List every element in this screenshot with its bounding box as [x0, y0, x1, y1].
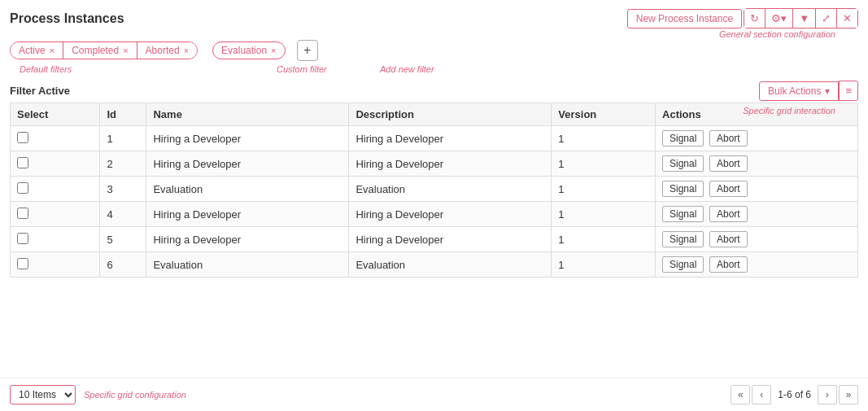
cell-version: 1: [552, 252, 656, 278]
filter-aborted-label: Aborted: [146, 45, 180, 56]
close-icon: ✕: [843, 12, 852, 24]
cell-select: [11, 252, 100, 278]
cell-id: 4: [100, 202, 146, 227]
expand-button[interactable]: ⤢: [816, 9, 837, 28]
table-row: 5 Hiring a Developer Hiring a Developer …: [11, 227, 858, 252]
table-row: 1 Hiring a Developer Hiring a Developer …: [11, 126, 858, 151]
cell-actions: Signal Abort: [656, 177, 858, 202]
refresh-icon: ↻: [750, 12, 759, 24]
refresh-button[interactable]: ↻: [744, 9, 765, 28]
cell-description: Hiring a Developer: [349, 227, 552, 252]
filter-chip-active[interactable]: Active ×: [11, 42, 63, 59]
cell-name: Hiring a Developer: [146, 227, 349, 252]
grid-config-button[interactable]: ≡: [839, 81, 858, 101]
row-checkbox[interactable]: [17, 132, 28, 143]
cell-description: Hiring a Developer: [349, 126, 552, 151]
row-checkbox[interactable]: [17, 208, 28, 219]
row-checkbox[interactable]: [17, 157, 28, 168]
first-page-icon: «: [738, 389, 744, 400]
add-filter-button[interactable]: +: [297, 40, 318, 61]
process-instances-table: Select Id Name Description Version Actio…: [10, 103, 858, 278]
signal-button[interactable]: Signal: [662, 155, 704, 172]
filter-active-close[interactable]: ×: [50, 46, 55, 55]
cell-description: Hiring a Developer: [349, 151, 552, 177]
filter-evaluation-label: Evaluation: [221, 45, 267, 56]
filter-chip-aborted[interactable]: Aborted ×: [137, 42, 197, 59]
table-row: 4 Hiring a Developer Hiring a Developer …: [11, 202, 858, 227]
settings-dropdown-icon: ▾: [781, 12, 787, 24]
cell-select: [11, 227, 100, 252]
filter-completed-close[interactable]: ×: [123, 46, 128, 55]
expand-icon: ⤢: [822, 12, 831, 24]
filter-chip-completed[interactable]: Completed ×: [63, 42, 137, 59]
next-page-button[interactable]: ›: [818, 385, 837, 404]
filter-aborted-close[interactable]: ×: [184, 46, 189, 55]
prev-page-button[interactable]: ‹: [752, 385, 771, 404]
last-page-button[interactable]: »: [839, 385, 858, 404]
grid-config-icon: ≡: [845, 85, 852, 97]
bulk-actions-dropdown-icon: ▾: [825, 85, 830, 97]
abort-button[interactable]: Abort: [709, 206, 748, 222]
bulk-actions-label: Bulk Actions: [768, 85, 821, 97]
cell-actions: Signal Abort: [656, 252, 858, 278]
signal-button[interactable]: Signal: [662, 130, 704, 146]
abort-button[interactable]: Abort: [709, 181, 748, 197]
filters-row: Active × Completed × Aborted × Evaluatio…: [0, 37, 868, 64]
add-filter-annotation: Add new filter: [380, 64, 434, 74]
cell-version: 1: [552, 126, 656, 151]
col-name: Name: [146, 103, 349, 126]
table-header: Select Id Name Description Version Actio…: [11, 103, 858, 126]
cell-id: 1: [100, 126, 146, 151]
page-header: Process Instances New Process Instance ↻…: [0, 0, 868, 33]
settings-button[interactable]: ⚙ ▾: [765, 9, 793, 28]
abort-button[interactable]: Abort: [709, 155, 748, 172]
next-page-icon: ›: [826, 389, 829, 400]
abort-button[interactable]: Abort: [709, 130, 748, 146]
prev-page-icon: ‹: [760, 389, 763, 400]
custom-filter-annotation: Custom filter: [277, 64, 327, 74]
cell-id: 2: [100, 151, 146, 177]
bulk-actions-button[interactable]: Bulk Actions ▾: [759, 81, 839, 101]
signal-button[interactable]: Signal: [662, 256, 704, 273]
cell-name: Hiring a Developer: [146, 202, 349, 227]
filter-button[interactable]: ▼: [793, 9, 816, 28]
filter-completed-label: Completed: [72, 45, 119, 56]
new-process-instance-button[interactable]: New Process Instance: [627, 9, 742, 28]
cell-select: [11, 202, 100, 227]
signal-button[interactable]: Signal: [662, 181, 704, 197]
close-button[interactable]: ✕: [837, 9, 857, 28]
footer-left: 10 Items 20 Items 50 Items Specific grid…: [10, 385, 186, 404]
default-filters-annotation: Default filters: [20, 64, 72, 74]
pagination-info: 1-6 of 6: [773, 389, 816, 400]
row-checkbox[interactable]: [17, 258, 28, 269]
pagination: « ‹ 1-6 of 6 › »: [731, 385, 858, 404]
first-page-button[interactable]: «: [731, 385, 750, 404]
col-version: Version: [552, 103, 656, 126]
filter-evaluation-close[interactable]: ×: [271, 46, 276, 55]
col-description: Description: [349, 103, 552, 126]
table-row: 3 Evaluation Evaluation 1 Signal Abort: [11, 177, 858, 202]
cell-version: 1: [552, 202, 656, 227]
signal-button[interactable]: Signal: [662, 231, 704, 247]
row-checkbox[interactable]: [17, 182, 28, 194]
abort-button[interactable]: Abort: [709, 256, 748, 273]
header-icon-group: ↻ ⚙ ▾ ▼ ⤢ ✕: [744, 8, 858, 28]
cell-id: 6: [100, 252, 146, 278]
cell-actions: Signal Abort: [656, 126, 858, 151]
settings-icon: ⚙: [771, 12, 781, 24]
cell-version: 1: [552, 151, 656, 177]
cell-actions: Signal Abort: [656, 202, 858, 227]
cell-select: [11, 151, 100, 177]
abort-button[interactable]: Abort: [709, 231, 748, 247]
filter-active-bulk-row: Filter Active Bulk Actions ▾ ≡: [0, 79, 868, 103]
cell-id: 3: [100, 177, 146, 202]
cell-name: Evaluation: [146, 252, 349, 278]
items-per-page-select[interactable]: 10 Items 20 Items 50 Items: [10, 385, 76, 404]
cell-description: Evaluation: [349, 252, 552, 278]
filter-chip-evaluation[interactable]: Evaluation ×: [212, 42, 285, 59]
table-row: 2 Hiring a Developer Hiring a Developer …: [11, 151, 858, 177]
row-checkbox[interactable]: [17, 233, 28, 244]
signal-button[interactable]: Signal: [662, 206, 704, 222]
cell-name: Evaluation: [146, 177, 349, 202]
default-filters-group: Active × Completed × Aborted ×: [10, 42, 198, 59]
